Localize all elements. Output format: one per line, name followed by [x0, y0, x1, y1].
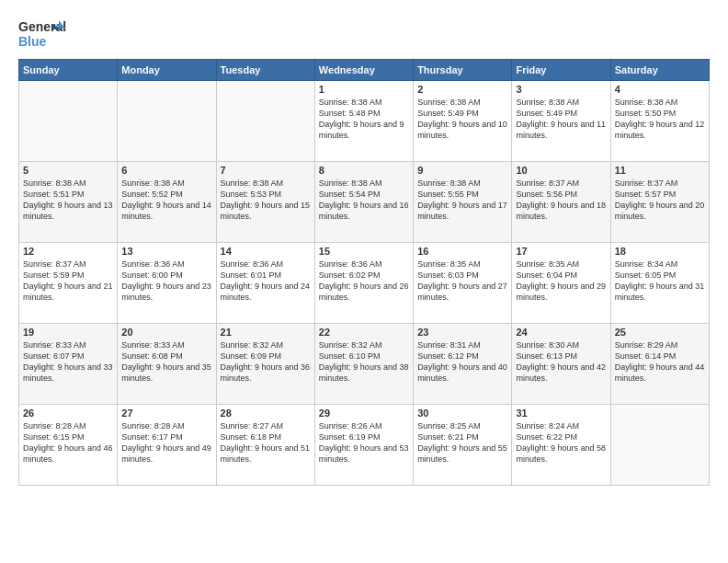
weekday-header-wednesday: Wednesday — [314, 60, 413, 81]
calendar-cell: 15Sunrise: 8:36 AM Sunset: 6:02 PM Dayli… — [314, 243, 413, 324]
calendar-week-row: 26Sunrise: 8:28 AM Sunset: 6:15 PM Dayli… — [19, 405, 710, 486]
day-number: 10 — [516, 165, 606, 176]
calendar-cell: 8Sunrise: 8:38 AM Sunset: 5:54 PM Daylig… — [314, 162, 413, 243]
day-info: Sunrise: 8:28 AM Sunset: 6:15 PM Dayligh… — [23, 420, 113, 465]
day-number: 17 — [516, 246, 606, 257]
calendar-cell: 6Sunrise: 8:38 AM Sunset: 5:52 PM Daylig… — [118, 162, 216, 243]
day-info: Sunrise: 8:32 AM Sunset: 6:10 PM Dayligh… — [319, 339, 409, 385]
svg-text:Blue: Blue — [18, 34, 47, 49]
calendar-cell: 12Sunrise: 8:37 AM Sunset: 5:59 PM Dayli… — [19, 243, 118, 324]
weekday-header-saturday: Saturday — [610, 60, 709, 81]
day-info: Sunrise: 8:36 AM Sunset: 6:00 PM Dayligh… — [121, 259, 211, 304]
weekday-header-thursday: Thursday — [414, 60, 512, 81]
calendar-cell: 20Sunrise: 8:33 AM Sunset: 6:08 PM Dayli… — [118, 324, 216, 405]
calendar-cell: 10Sunrise: 8:37 AM Sunset: 5:56 PM Dayli… — [512, 162, 610, 243]
calendar-cell: 30Sunrise: 8:25 AM Sunset: 6:21 PM Dayli… — [414, 405, 512, 486]
day-number: 3 — [516, 84, 606, 95]
day-number: 9 — [417, 165, 507, 176]
day-info: Sunrise: 8:26 AM Sunset: 6:19 PM Dayligh… — [319, 420, 409, 465]
day-info: Sunrise: 8:24 AM Sunset: 6:22 PM Dayligh… — [516, 420, 606, 465]
day-info: Sunrise: 8:25 AM Sunset: 6:21 PM Dayligh… — [417, 420, 507, 465]
calendar-cell: 2Sunrise: 8:38 AM Sunset: 5:49 PM Daylig… — [414, 81, 512, 162]
day-number: 15 — [319, 246, 409, 257]
day-number: 21 — [221, 327, 311, 338]
day-info: Sunrise: 8:38 AM Sunset: 5:51 PM Dayligh… — [23, 178, 113, 223]
day-number: 16 — [417, 246, 507, 257]
weekday-header-monday: Monday — [118, 60, 216, 81]
day-number: 25 — [615, 327, 705, 338]
calendar-cell: 23Sunrise: 8:31 AM Sunset: 6:12 PM Dayli… — [414, 324, 512, 405]
day-info: Sunrise: 8:27 AM Sunset: 6:18 PM Dayligh… — [221, 420, 311, 465]
calendar-cell: 28Sunrise: 8:27 AM Sunset: 6:18 PM Dayli… — [216, 405, 314, 486]
day-info: Sunrise: 8:38 AM Sunset: 5:52 PM Dayligh… — [121, 178, 211, 223]
weekday-header-sunday: Sunday — [19, 60, 118, 81]
calendar-table: SundayMondayTuesdayWednesdayThursdayFrid… — [18, 59, 710, 486]
calendar-cell — [19, 81, 118, 162]
calendar-cell: 5Sunrise: 8:38 AM Sunset: 5:51 PM Daylig… — [19, 162, 118, 243]
calendar-cell: 31Sunrise: 8:24 AM Sunset: 6:22 PM Dayli… — [512, 405, 610, 486]
weekday-header-row: SundayMondayTuesdayWednesdayThursdayFrid… — [19, 60, 710, 81]
day-info: Sunrise: 8:38 AM Sunset: 5:49 PM Dayligh… — [516, 97, 606, 142]
day-number: 14 — [221, 246, 311, 257]
day-number: 20 — [121, 327, 211, 338]
day-number: 7 — [221, 165, 311, 176]
day-number: 29 — [319, 408, 409, 419]
calendar-cell: 19Sunrise: 8:33 AM Sunset: 6:07 PM Dayli… — [19, 324, 118, 405]
day-number: 8 — [319, 165, 409, 176]
day-info: Sunrise: 8:38 AM Sunset: 5:53 PM Dayligh… — [221, 178, 311, 223]
day-number: 26 — [23, 408, 113, 419]
day-info: Sunrise: 8:38 AM Sunset: 5:48 PM Dayligh… — [319, 97, 409, 142]
calendar-cell: 1Sunrise: 8:38 AM Sunset: 5:48 PM Daylig… — [314, 81, 413, 162]
day-info: Sunrise: 8:32 AM Sunset: 6:09 PM Dayligh… — [221, 339, 311, 385]
calendar-cell — [216, 81, 314, 162]
day-info: Sunrise: 8:38 AM Sunset: 5:50 PM Dayligh… — [615, 97, 705, 142]
calendar-cell: 13Sunrise: 8:36 AM Sunset: 6:00 PM Dayli… — [118, 243, 216, 324]
day-info: Sunrise: 8:36 AM Sunset: 6:02 PM Dayligh… — [319, 259, 409, 304]
logo: GeneralBlue — [18, 17, 69, 52]
calendar-cell — [610, 405, 709, 486]
day-number: 22 — [319, 327, 409, 338]
day-info: Sunrise: 8:35 AM Sunset: 6:03 PM Dayligh… — [417, 259, 507, 304]
calendar-cell: 21Sunrise: 8:32 AM Sunset: 6:09 PM Dayli… — [216, 324, 314, 405]
day-info: Sunrise: 8:36 AM Sunset: 6:01 PM Dayligh… — [221, 259, 311, 304]
calendar-cell: 26Sunrise: 8:28 AM Sunset: 6:15 PM Dayli… — [19, 405, 118, 486]
weekday-header-friday: Friday — [512, 60, 610, 81]
calendar-cell: 16Sunrise: 8:35 AM Sunset: 6:03 PM Dayli… — [414, 243, 512, 324]
calendar-cell: 25Sunrise: 8:29 AM Sunset: 6:14 PM Dayli… — [610, 324, 709, 405]
calendar-week-row: 5Sunrise: 8:38 AM Sunset: 5:51 PM Daylig… — [19, 162, 710, 243]
day-info: Sunrise: 8:35 AM Sunset: 6:04 PM Dayligh… — [516, 259, 606, 304]
day-number: 4 — [615, 84, 705, 95]
day-number: 2 — [417, 84, 507, 95]
day-info: Sunrise: 8:38 AM Sunset: 5:55 PM Dayligh… — [417, 178, 507, 223]
day-number: 27 — [121, 408, 211, 419]
day-info: Sunrise: 8:38 AM Sunset: 5:54 PM Dayligh… — [319, 178, 409, 223]
day-info: Sunrise: 8:29 AM Sunset: 6:14 PM Dayligh… — [615, 339, 705, 385]
day-number: 24 — [516, 327, 606, 338]
day-info: Sunrise: 8:38 AM Sunset: 5:49 PM Dayligh… — [417, 97, 507, 142]
calendar-cell — [118, 81, 216, 162]
day-number: 1 — [319, 84, 409, 95]
day-number: 6 — [121, 165, 211, 176]
day-info: Sunrise: 8:30 AM Sunset: 6:13 PM Dayligh… — [516, 339, 606, 385]
day-info: Sunrise: 8:37 AM Sunset: 5:59 PM Dayligh… — [23, 259, 113, 304]
calendar-cell: 3Sunrise: 8:38 AM Sunset: 5:49 PM Daylig… — [512, 81, 610, 162]
day-info: Sunrise: 8:28 AM Sunset: 6:17 PM Dayligh… — [121, 420, 211, 465]
header: GeneralBlue — [18, 17, 710, 52]
day-number: 30 — [417, 408, 507, 419]
calendar-cell: 29Sunrise: 8:26 AM Sunset: 6:19 PM Dayli… — [314, 405, 413, 486]
day-number: 18 — [615, 246, 705, 257]
day-info: Sunrise: 8:34 AM Sunset: 6:05 PM Dayligh… — [615, 259, 705, 304]
calendar-cell: 27Sunrise: 8:28 AM Sunset: 6:17 PM Dayli… — [118, 405, 216, 486]
logo-icon: GeneralBlue — [18, 17, 69, 52]
day-info: Sunrise: 8:37 AM Sunset: 5:57 PM Dayligh… — [615, 178, 705, 223]
day-number: 5 — [23, 165, 113, 176]
calendar-cell: 7Sunrise: 8:38 AM Sunset: 5:53 PM Daylig… — [216, 162, 314, 243]
calendar-cell: 4Sunrise: 8:38 AM Sunset: 5:50 PM Daylig… — [610, 81, 709, 162]
day-number: 23 — [417, 327, 507, 338]
calendar-cell: 9Sunrise: 8:38 AM Sunset: 5:55 PM Daylig… — [414, 162, 512, 243]
calendar-week-row: 12Sunrise: 8:37 AM Sunset: 5:59 PM Dayli… — [19, 243, 710, 324]
day-info: Sunrise: 8:33 AM Sunset: 6:08 PM Dayligh… — [121, 339, 211, 385]
calendar-cell: 22Sunrise: 8:32 AM Sunset: 6:10 PM Dayli… — [314, 324, 413, 405]
day-number: 12 — [23, 246, 113, 257]
calendar-cell: 11Sunrise: 8:37 AM Sunset: 5:57 PM Dayli… — [610, 162, 709, 243]
